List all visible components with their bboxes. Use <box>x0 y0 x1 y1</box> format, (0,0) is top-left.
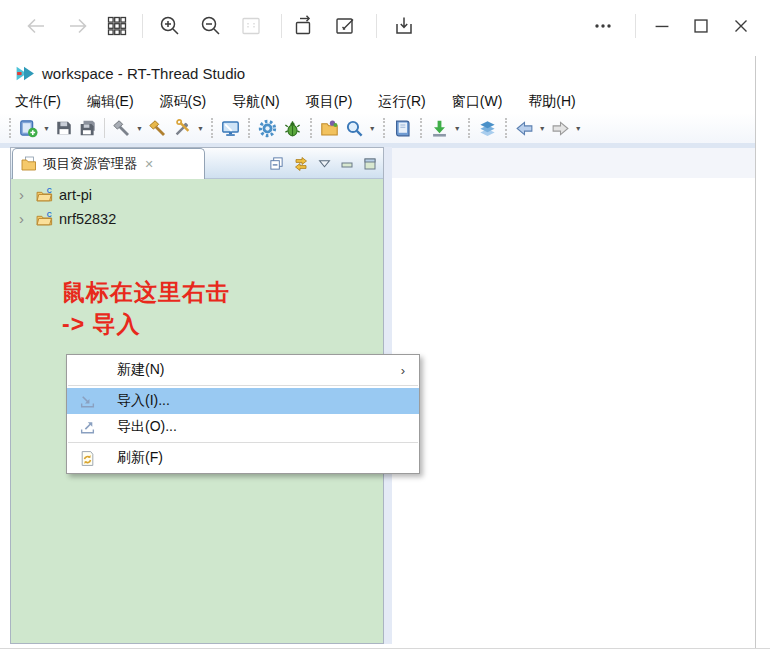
tab-close-icon[interactable]: ✕ <box>145 158 154 171</box>
menubar-item-run[interactable]: 运行(R) <box>365 91 438 113</box>
submenu-arrow-icon: › <box>401 363 405 378</box>
toolbar-separator <box>281 14 282 38</box>
menubar-item-source[interactable]: 源码(S) <box>147 91 220 113</box>
build-project-button[interactable] <box>145 117 170 140</box>
save-all-button[interactable] <box>76 117 100 139</box>
toolbar-separator <box>635 14 636 38</box>
c-project-folder-icon: C <box>36 211 53 228</box>
edit-icon <box>333 14 357 38</box>
menubar-item-help[interactable]: 帮助(H) <box>515 91 588 113</box>
view-toolbar <box>269 148 377 179</box>
maximize-view-button[interactable] <box>363 157 377 171</box>
menu-item-import[interactable]: 导入(I)... <box>67 388 419 414</box>
more-icon <box>591 14 615 38</box>
minimize-view-button[interactable] <box>340 157 354 171</box>
nav-back-dropdown[interactable]: ▼ <box>537 125 548 132</box>
save-button[interactable] <box>52 117 76 139</box>
debug-button[interactable] <box>280 117 305 140</box>
toolbar-drag-handle <box>310 118 312 138</box>
tools-dropdown[interactable]: ▼ <box>195 125 206 132</box>
build-icon <box>112 119 131 138</box>
maximize-button[interactable] <box>685 10 717 42</box>
menu-separator <box>68 442 418 443</box>
menu-item-new[interactable]: 新建(N) › <box>67 357 419 383</box>
layers-icon <box>478 119 497 138</box>
menu-item-export[interactable]: 导出(O)... <box>67 414 419 440</box>
save-all-icon <box>79 119 97 137</box>
zoom-in-button[interactable] <box>154 10 186 42</box>
minimize-button[interactable] <box>646 10 678 42</box>
zoom-out-button[interactable] <box>195 10 227 42</box>
open-resource-button[interactable] <box>317 117 342 140</box>
build-dropdown[interactable]: ▼ <box>134 125 145 132</box>
maximize-view-icon <box>363 157 377 171</box>
tree-item-label: nrf52832 <box>59 211 116 227</box>
debug-bug-icon <box>283 119 302 138</box>
search-icon <box>345 119 364 138</box>
chevron-right-icon[interactable]: › <box>19 212 33 226</box>
tree-item-art-pi[interactable]: › C art-pi <box>11 183 383 207</box>
download-run-icon <box>430 119 449 138</box>
settings-button[interactable] <box>255 117 280 140</box>
edit-button[interactable] <box>329 10 361 42</box>
tree-item-nrf52832[interactable]: › C nrf52832 <box>11 207 383 231</box>
rt-thread-logo-icon <box>14 63 35 84</box>
back-icon <box>24 14 48 38</box>
photos-toolbar <box>0 0 770 54</box>
actual-size-button[interactable] <box>235 10 267 42</box>
menubar-item-window[interactable]: 窗口(W) <box>439 91 516 113</box>
terminal-button[interactable] <box>218 117 243 140</box>
view-menu-button[interactable] <box>318 157 331 170</box>
menu-separator <box>68 385 418 386</box>
gallery-grid-button[interactable] <box>101 10 133 42</box>
tools-button[interactable] <box>170 117 195 140</box>
toolbar-drag-handle <box>383 118 385 138</box>
menubar-item-file[interactable]: 文件(F) <box>2 91 74 113</box>
chevron-right-icon[interactable]: › <box>19 188 33 202</box>
search-dropdown[interactable]: ▼ <box>367 125 378 132</box>
toolbar-drag-handle <box>9 118 11 138</box>
grid-icon <box>105 14 129 38</box>
annotation-line1: 鼠标在这里右击 <box>62 277 230 308</box>
svg-text:C: C <box>47 187 52 194</box>
close-icon <box>730 15 752 37</box>
save-icon <box>55 119 73 137</box>
build-button[interactable] <box>109 117 134 140</box>
new-wizard-button[interactable] <box>16 117 41 140</box>
menu-item-refresh[interactable]: 刷新(F) <box>67 445 419 471</box>
menubar-item-navigate[interactable]: 导航(N) <box>219 91 292 113</box>
window-bottom-border <box>0 648 770 649</box>
export-icon <box>79 419 96 436</box>
nav-forward-dropdown[interactable]: ▼ <box>573 125 584 132</box>
toolbar-drag-handle <box>505 118 507 138</box>
menubar-item-edit[interactable]: 编辑(E) <box>74 91 147 113</box>
refresh-icon <box>79 450 96 467</box>
menubar-item-project[interactable]: 项目(P) <box>293 91 366 113</box>
svg-text:C: C <box>47 211 52 218</box>
link-editor-button[interactable] <box>293 156 309 172</box>
tab-project-explorer[interactable]: 项目资源管理器 ✕ <box>12 148 205 179</box>
layers-button[interactable] <box>475 117 500 140</box>
menu-item-label: 新建(N) <box>117 361 164 379</box>
nav-back-button[interactable] <box>512 117 537 140</box>
actual-size-icon <box>239 14 263 38</box>
new-wizard-dropdown[interactable]: ▼ <box>41 125 52 132</box>
collapse-all-button[interactable] <box>269 156 284 171</box>
close-button[interactable] <box>725 10 757 42</box>
download-run-dropdown[interactable]: ▼ <box>452 125 463 132</box>
download-run-button[interactable] <box>427 117 452 140</box>
c-project-folder-icon: C <box>36 187 53 204</box>
rotate-button[interactable] <box>288 10 320 42</box>
back-button[interactable] <box>20 10 52 42</box>
nav-forward-button[interactable] <box>548 117 573 140</box>
tree-item-label: art-pi <box>59 187 92 203</box>
settings-gear-icon <box>258 119 277 138</box>
save-copy-button[interactable] <box>388 10 420 42</box>
window-right-border <box>755 56 756 648</box>
forward-button[interactable] <box>62 10 94 42</box>
new-wizard-icon <box>19 119 38 138</box>
more-button[interactable] <box>587 10 619 42</box>
search-button[interactable] <box>342 117 367 140</box>
toolbar-drag-handle <box>248 118 250 138</box>
help-book-button[interactable] <box>390 117 415 140</box>
